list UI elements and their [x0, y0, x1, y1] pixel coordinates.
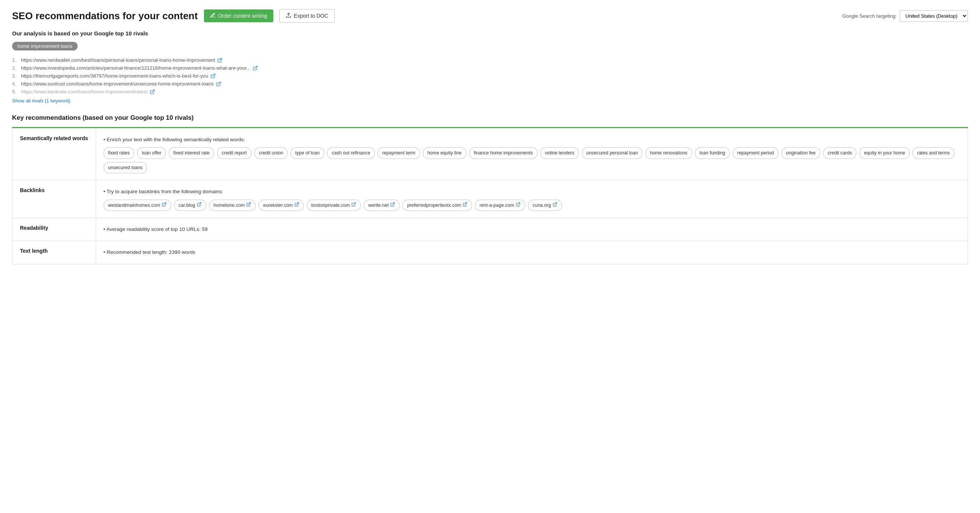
rival-url[interactable]: https://www.suntrust.com/loans/home-impr… [21, 81, 214, 87]
external-link-icon [294, 201, 299, 210]
svg-line-11 [392, 202, 395, 205]
export-button-label: Export to DOC [294, 13, 328, 19]
related-word-tag: type of loan [291, 147, 324, 159]
related-word-tag: fixed rates [103, 147, 135, 159]
keyword-badge: home improvement loans [12, 42, 78, 51]
backlink-tag[interactable]: bostonprivate.com [307, 200, 361, 211]
related-word-tag: fixed interest rate [169, 147, 214, 159]
rival-number: 2. [12, 65, 19, 71]
export-to-doc-button[interactable]: Export to DOC [279, 9, 335, 22]
upload-icon [286, 13, 291, 19]
row-label: Readability [13, 218, 96, 241]
external-link-icon [463, 201, 468, 210]
external-link-icon [515, 201, 520, 210]
row-content: • Enrich your text with the following se… [96, 129, 967, 180]
svg-line-8 [248, 202, 251, 205]
order-button-label: Order content writing [218, 13, 267, 19]
page-header: SEO recommendations for your content Ord… [12, 9, 968, 22]
external-link-icon [197, 201, 202, 210]
rival-url[interactable]: https://www.bankrate.com/loans/home-impr… [21, 89, 147, 95]
links-intro: • Try to acquire backlinks from the foll… [103, 187, 960, 196]
rival-number: 4. [12, 81, 19, 87]
table-row: Text lengthRecommended text length: 2390… [13, 241, 968, 264]
backlink-tag[interactable]: preferredpropertiestx.com [402, 200, 472, 211]
related-word-tag: cash out refinance [327, 147, 375, 159]
related-word-tag: unsecured personal loan [582, 147, 643, 159]
rival-url[interactable]: https://www.investopedia.com/articles/pe… [21, 65, 250, 71]
svg-line-14 [554, 202, 557, 205]
related-word-tag: home renovations [645, 147, 692, 159]
recommendations-table: Semantically related words• Enrich your … [12, 128, 968, 264]
page-title: SEO recommendations for your content [12, 10, 198, 22]
show-all-rivals-link[interactable]: Show all rivals (1 keyword) [12, 98, 70, 103]
rival-number: 3. [12, 73, 19, 79]
backlink-tag[interactable]: eurekster.com [259, 200, 304, 211]
related-word-tag: unsecured loans [103, 162, 147, 174]
analysis-subtitle: Our analysis is based on your Google top… [12, 30, 968, 37]
table-row: Semantically related words• Enrich your … [13, 129, 968, 180]
backlink-tag[interactable]: werite.net [364, 200, 399, 211]
related-word-tag: loan funding [695, 147, 730, 159]
row-label: Backlinks [13, 180, 96, 218]
external-link-icon [253, 65, 258, 71]
table-row: Backlinks• Try to acquire backlinks from… [13, 180, 968, 218]
external-link-icon [210, 73, 216, 79]
related-word-tag: repayment term [378, 147, 420, 159]
external-link-icon [216, 81, 221, 87]
table-row: ReadabilityAverage readability score of … [13, 218, 968, 241]
related-word-tag: credit report [217, 147, 251, 159]
rivals-list: 1. https://www.nerdwallet.com/best/loans… [12, 57, 968, 95]
rival-item: 1. https://www.nerdwallet.com/best/loans… [12, 57, 968, 63]
row-content: Recommended text length: 2390 words [96, 241, 967, 264]
related-word-tag: loan offer [137, 147, 166, 159]
related-word-tag: repayment period [733, 147, 778, 159]
targeting-label: Google Search targeting: [842, 13, 897, 19]
related-word-tag: origination fee [781, 147, 820, 159]
targeting-select[interactable]: United States (Desktop) [900, 10, 968, 22]
backlink-tag[interactable]: car.blog [174, 200, 206, 211]
external-link-icon [150, 89, 155, 95]
related-word-tag: rates and terms [913, 147, 955, 159]
external-link-icon [390, 201, 395, 210]
svg-line-12 [465, 202, 467, 205]
svg-line-1 [220, 58, 222, 60]
row-content: • Try to acquire backlinks from the foll… [96, 180, 967, 218]
related-word-tag: equity in your home [859, 147, 910, 159]
backlink-tag[interactable]: hometone.com [209, 200, 256, 211]
order-content-writing-button[interactable]: Order content writing [204, 10, 273, 22]
rival-number: 5. [12, 89, 19, 95]
external-link-icon [217, 58, 223, 63]
related-word-tag: credit cards [823, 147, 857, 159]
svg-line-6 [164, 202, 166, 205]
rival-url[interactable]: https://themortgagereports.com/38797/hom… [21, 73, 208, 79]
row-text: Recommended text length: 2390 words [103, 248, 960, 257]
backlink-tag[interactable]: westandmainhomes.com [103, 200, 171, 211]
external-link-icon [162, 201, 167, 210]
svg-line-5 [152, 90, 154, 92]
svg-line-7 [199, 202, 201, 205]
backlink-tag[interactable]: rent-a-page.com [475, 200, 525, 211]
svg-line-4 [218, 82, 221, 84]
row-content: Average readability score of top 10 URLs… [96, 218, 967, 241]
backlinks-container: westandmainhomes.comcar.bloghometone.com… [103, 200, 960, 211]
tags-intro: • Enrich your text with the following se… [103, 135, 960, 144]
rival-item: 3. https://themortgagereports.com/38797/… [12, 73, 968, 79]
related-word-tag: online lenders [541, 147, 579, 159]
external-link-icon [246, 201, 251, 210]
edit-icon [210, 13, 216, 19]
recommendations-title: Key recommendations (based on your Googl… [12, 114, 968, 122]
row-label: Semantically related words [13, 129, 96, 180]
rival-url[interactable]: https://www.nerdwallet.com/best/loans/pe… [21, 57, 215, 63]
rival-item: 4. https://www.suntrust.com/loans/home-i… [12, 81, 968, 87]
backlink-tag[interactable]: cuna.org [528, 200, 562, 211]
row-label: Text length [13, 241, 96, 264]
rival-number: 1. [12, 57, 19, 63]
rival-item: 5. https://www.bankrate.com/loans/home-i… [12, 89, 968, 95]
related-word-tag: credit union [255, 147, 288, 159]
svg-line-2 [255, 66, 257, 68]
related-word-tag: home equity line [423, 147, 466, 159]
tags-container: fixed ratesloan offerfixed interest rate… [103, 147, 960, 173]
svg-line-3 [213, 74, 215, 76]
svg-line-10 [353, 202, 355, 205]
rival-item: 2. https://www.investopedia.com/articles… [12, 65, 968, 71]
